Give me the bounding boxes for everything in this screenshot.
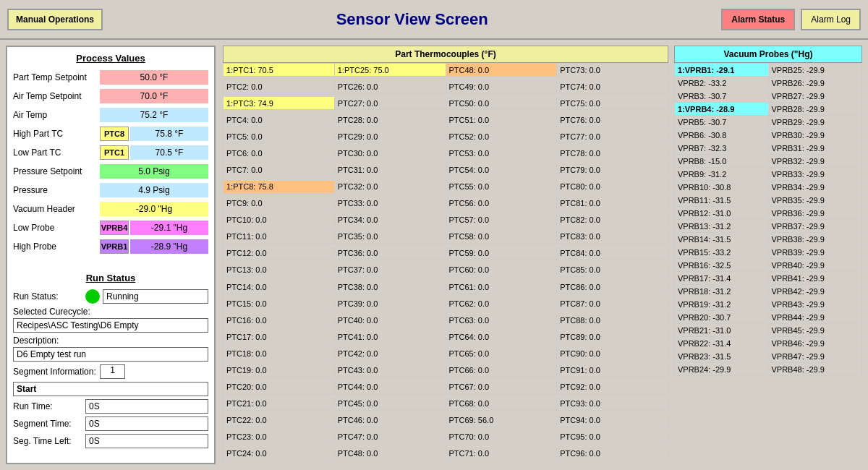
pressure-row: Pressure 4.9 Psig bbox=[13, 182, 208, 198]
description-label: Description: bbox=[13, 336, 208, 346]
vp-cell: VPRB5: -30.7 bbox=[675, 116, 769, 129]
tc-cell: 1:PTC8: 75.8 bbox=[224, 181, 335, 194]
tc-cell: PTC31: 0.0 bbox=[335, 163, 446, 176]
tc-cell: PTC66: 0.0 bbox=[446, 364, 558, 377]
segment-time-label: Segment Time: bbox=[13, 419, 85, 429]
tc-cell: PTC30: 0.0 bbox=[335, 147, 446, 160]
tc-cell: PTC13: 0.0 bbox=[224, 264, 335, 277]
vp-cell: VPRB6: -30.8 bbox=[675, 129, 769, 142]
thermocouple-grid: 1:PTC1: 70.51:PTC25: 75.0PTC48: 0.0PTC73… bbox=[223, 63, 668, 464]
vp-cell: VPRB20: -30.7 bbox=[675, 311, 769, 324]
high-probe-row: High Probe VPRB1 -28.9 "Hg bbox=[13, 239, 208, 255]
screen-title: Sensor View Screen bbox=[103, 10, 721, 29]
vacuum-probes-grid: 1:VPRB1: -29.1VPRB25: -29.9VPRB2: -33.2V… bbox=[674, 63, 862, 376]
tc-cell: PTC96: 0.0 bbox=[557, 448, 668, 461]
low-part-tc-row: Low Part TC PTC1 70.5 °F bbox=[13, 145, 208, 161]
tc-cell: PTC95: 0.0 bbox=[557, 431, 668, 444]
tc-cell: PTC59: 0.0 bbox=[446, 247, 558, 260]
tc-cell: PTC89: 0.0 bbox=[557, 330, 668, 343]
tc-cell: PTC84: 0.0 bbox=[557, 247, 668, 260]
tc-cell: PTC74: 0.0 bbox=[557, 80, 668, 93]
tc-cell: PTC46: 0.0 bbox=[335, 414, 446, 427]
tc-cell: PTC57: 0.0 bbox=[446, 214, 558, 227]
tc-cell: PTC12: 0.0 bbox=[224, 247, 335, 260]
vp-cell: VPRB7: -32.3 bbox=[675, 142, 769, 155]
vp-cell: VPRB35: -29.9 bbox=[769, 194, 863, 207]
vp-cell: VPRB31: -29.9 bbox=[769, 142, 863, 155]
vp-cell: VPRB28: -29.9 bbox=[769, 103, 863, 116]
tc-cell: PTC2: 0.0 bbox=[224, 80, 335, 93]
vacuum-header-row: Vacuum Header -29.0 "Hg bbox=[13, 201, 208, 217]
curecycle-label: Selected Curecycle: bbox=[13, 307, 208, 317]
pressure-setpoint-value: 5.0 Psig bbox=[100, 164, 208, 179]
segment-num: 1 bbox=[100, 364, 125, 379]
vp-cell: VPRB45: -29.9 bbox=[769, 324, 863, 337]
part-temp-setpoint-row: Part Temp Setpoint 50.0 °F bbox=[13, 69, 208, 85]
vp-cell: VPRB22: -31.4 bbox=[675, 337, 769, 350]
tc-cell: PTC70: 0.0 bbox=[446, 431, 558, 444]
vp-cell: VPRB19: -31.2 bbox=[675, 298, 769, 311]
tc-cell: PTC34: 0.0 bbox=[335, 214, 446, 227]
pressure-value: 4.9 Psig bbox=[100, 183, 208, 197]
tc-cell: PTC6: 0.0 bbox=[224, 147, 335, 160]
vp-cell: VPRB23: -31.5 bbox=[675, 350, 769, 363]
tc-cell: PTC10: 0.0 bbox=[224, 214, 335, 227]
header-right: Alarm Status Alarm Log bbox=[721, 9, 861, 30]
tc-cell: PTC80: 0.0 bbox=[557, 181, 668, 194]
tc-cell: PTC11: 0.0 bbox=[224, 231, 335, 244]
vp-cell: VPRB39: -29.9 bbox=[769, 246, 863, 259]
tc-cell: PTC48: 0.0 bbox=[335, 448, 446, 461]
main-content: Process Values Part Temp Setpoint 50.0 °… bbox=[0, 40, 868, 470]
vp-cell: VPRB48: -29.9 bbox=[769, 363, 863, 376]
run-status-value: Running bbox=[103, 289, 208, 304]
tc-cell: PTC76: 0.0 bbox=[557, 114, 668, 127]
segment-time-value: 0S bbox=[85, 416, 208, 431]
tc-cell: PTC78: 0.0 bbox=[557, 147, 668, 160]
run-status-label: Run Status: bbox=[13, 291, 85, 302]
tc-cell: PTC32: 0.0 bbox=[335, 181, 446, 194]
tc-cell: PTC62: 0.0 bbox=[446, 297, 558, 310]
tc-cell: PTC4: 0.0 bbox=[224, 114, 335, 127]
tc-cell: PTC49: 0.0 bbox=[446, 80, 558, 93]
tc-cell: PTC22: 0.0 bbox=[224, 414, 335, 427]
tc-cell: PTC65: 0.0 bbox=[446, 347, 558, 360]
high-part-tc-label: High Part TC bbox=[13, 129, 100, 139]
vp-cell: VPRB3: -30.7 bbox=[675, 90, 769, 103]
vacuum-header-value: -29.0 "Hg bbox=[100, 202, 208, 216]
tc-cell: PTC63: 0.0 bbox=[446, 314, 558, 327]
vp-cell: VPRB36: -29.9 bbox=[769, 207, 863, 220]
tc-cell: PTC51: 0.0 bbox=[446, 114, 558, 127]
tc-cell: PTC77: 0.0 bbox=[557, 130, 668, 143]
vp-cell: VPRB32: -29.9 bbox=[769, 155, 863, 168]
vp-cell: VPRB12: -31.0 bbox=[675, 207, 769, 220]
vp-cell: VPRB37: -29.9 bbox=[769, 220, 863, 233]
air-temp-setpoint-label: Air Temp Setpoint bbox=[13, 91, 100, 101]
pressure-label: Pressure bbox=[13, 185, 100, 195]
tc-cell: PTC85: 0.0 bbox=[557, 264, 668, 277]
tc-cell: PTC47: 0.0 bbox=[335, 431, 446, 444]
tc-cell: PTC48: 0.0 bbox=[446, 64, 558, 77]
tc-cell: PTC37: 0.0 bbox=[335, 264, 446, 277]
segment-info-label: Segment Information: bbox=[13, 367, 100, 377]
high-probe-tag: VPRB1 bbox=[100, 239, 129, 254]
tc-cell: PTC5: 0.0 bbox=[224, 130, 335, 143]
segment-time-row: Segment Time: 0S bbox=[13, 416, 208, 431]
vp-cell: VPRB40: -29.9 bbox=[769, 259, 863, 272]
alarm-log-button[interactable]: Alarm Log bbox=[801, 9, 861, 30]
low-part-tc-tag: PTC1 bbox=[100, 145, 129, 160]
tc-cell: PTC68: 0.0 bbox=[446, 398, 558, 411]
tc-cell: PTC60: 0.0 bbox=[446, 264, 558, 277]
vp-cell: VPRB18: -31.2 bbox=[675, 285, 769, 298]
tc-cell: PTC16: 0.0 bbox=[224, 314, 335, 327]
thermocouple-panel: Part Thermocouples (°F) 1:PTC1: 70.51:PT… bbox=[223, 46, 668, 464]
vp-cell: VPRB16: -32.5 bbox=[675, 259, 769, 272]
vacuum-probes-header: Vacuum Probes ("Hg) bbox=[674, 46, 862, 63]
run-status-title: Run Status bbox=[13, 273, 208, 283]
left-panel: Process Values Part Temp Setpoint 50.0 °… bbox=[6, 46, 216, 464]
seg-time-left-row: Seg. Time Left: 0S bbox=[13, 434, 208, 448]
run-time-row: Run Time: 0S bbox=[13, 399, 208, 414]
run-time-label: Run Time: bbox=[13, 401, 85, 411]
manual-ops-button[interactable]: Manual Operations bbox=[7, 9, 103, 30]
alarm-status-button[interactable]: Alarm Status bbox=[721, 9, 795, 30]
tc-cell: PTC14: 0.0 bbox=[224, 281, 335, 294]
